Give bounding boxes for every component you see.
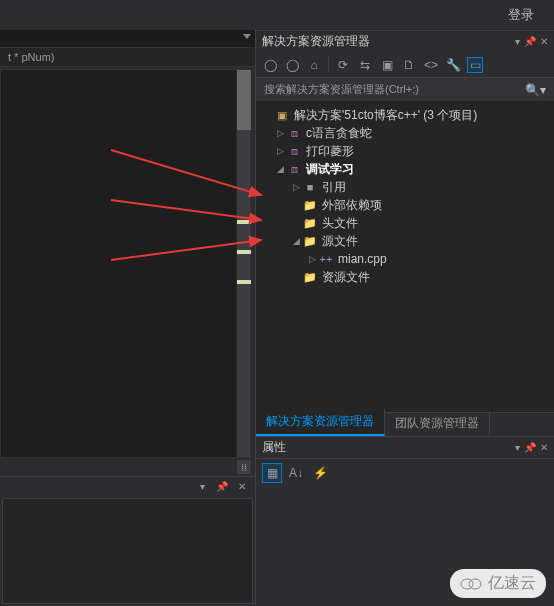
- login-link[interactable]: 登录: [508, 6, 534, 24]
- pin-icon[interactable]: 📌: [524, 442, 536, 453]
- project-icon: ⧈: [286, 126, 302, 140]
- panel-title: 解决方案资源管理器: [262, 33, 511, 50]
- close-icon[interactable]: ✕: [540, 442, 548, 453]
- tree-node-label: 头文件: [322, 215, 358, 232]
- folder-icon: 📁: [302, 270, 318, 284]
- watermark: 亿速云: [450, 569, 546, 598]
- tree-node-label: c语言贪食蛇: [306, 125, 372, 142]
- solution-tree[interactable]: ▣解决方案'51cto博客c++' (3 个项目)▷⧈c语言贪食蛇▷⧈打印菱形◢…: [256, 102, 554, 412]
- alphabetical-icon[interactable]: A↓: [286, 463, 306, 483]
- ref-icon: ■: [302, 180, 318, 194]
- references-node[interactable]: ▷■引用: [256, 178, 554, 196]
- toolbar-separator: [328, 57, 329, 73]
- tab-team-explorer[interactable]: 团队资源管理器: [385, 411, 490, 436]
- tree-node-label: mian.cpp: [338, 252, 387, 266]
- expand-arrow-icon[interactable]: ▷: [306, 254, 318, 264]
- properties-toolbar: ▦ A↓ ⚡: [256, 458, 554, 486]
- tree-node-label: 引用: [322, 179, 346, 196]
- back-icon[interactable]: ◯: [262, 57, 278, 73]
- solution-explorer-header: 解决方案资源管理器 ▾ 📌 ✕: [256, 30, 554, 52]
- watermark-text: 亿速云: [488, 573, 536, 594]
- tree-node-label: 解决方案'51cto博客c++' (3 个项目): [294, 107, 477, 124]
- show-all-icon[interactable]: 🗋: [401, 57, 417, 73]
- tree-node-label: 资源文件: [322, 269, 370, 286]
- expand-arrow-icon[interactable]: ◢: [274, 164, 286, 174]
- scroll-marker: [237, 220, 251, 224]
- lower-panel-body[interactable]: [2, 498, 253, 604]
- scrollbar-thumb[interactable]: [237, 70, 251, 130]
- categorized-icon[interactable]: ▦: [262, 463, 282, 483]
- tree-node-label: 源文件: [322, 233, 358, 250]
- project-node-debug[interactable]: ◢⧈调试学习: [256, 160, 554, 178]
- tree-node-label: 打印菱形: [306, 143, 354, 160]
- search-icon[interactable]: 🔍▾: [525, 83, 546, 97]
- project-node-snake[interactable]: ▷⧈c语言贪食蛇: [256, 124, 554, 142]
- dropdown-icon[interactable]: ▾: [515, 36, 520, 47]
- solution-explorer-toolbar: ◯ ◯ ⌂ ⟳ ⇆ ▣ 🗋 <> 🔧 ▭: [256, 52, 554, 78]
- lower-panel-controls: ▾ 📌 ✕: [0, 476, 255, 496]
- editor-tab-strip[interactable]: [0, 30, 255, 48]
- project-icon: ⧈: [286, 144, 302, 158]
- tree-node-label: 外部依赖项: [322, 197, 382, 214]
- properties-header: 属性 ▾ 📌 ✕: [256, 436, 554, 458]
- search-placeholder: 搜索解决方案资源管理器(Ctrl+;): [264, 82, 525, 97]
- scroll-marker: [237, 280, 251, 284]
- expand-arrow-icon[interactable]: ◢: [290, 236, 302, 246]
- expand-arrow-icon[interactable]: ▷: [274, 146, 286, 156]
- solution-explorer-panel: 解决方案资源管理器 ▾ 📌 ✕ ◯ ◯ ⌂ ⟳ ⇆ ▣ 🗋 <> 🔧 ▭ 搜索解…: [255, 30, 554, 606]
- folder-icon: 📁: [302, 198, 318, 212]
- home-icon[interactable]: ⌂: [306, 57, 322, 73]
- forward-icon[interactable]: ◯: [284, 57, 300, 73]
- file-node-mian-cpp[interactable]: ▷++mian.cpp: [256, 250, 554, 268]
- annotation-arrows: [101, 140, 281, 270]
- tab-solution-explorer[interactable]: 解决方案资源管理器: [256, 409, 385, 436]
- expand-arrow-icon[interactable]: ▷: [274, 128, 286, 138]
- watermark-logo-icon: [460, 577, 482, 591]
- editor-column: t * pNum) ⁞⁞ ▾ 📌 ✕: [0, 30, 255, 606]
- events-icon[interactable]: ⚡: [310, 463, 330, 483]
- close-icon[interactable]: ✕: [235, 480, 249, 494]
- pin-icon[interactable]: 📌: [524, 36, 536, 47]
- code-editor[interactable]: [0, 69, 251, 458]
- collapse-icon[interactable]: ▣: [379, 57, 395, 73]
- tree-node-label: 调试学习: [306, 161, 354, 178]
- title-bar: 登录: [0, 0, 554, 30]
- explorer-tab-strip: 解决方案资源管理器 团队资源管理器: [256, 412, 554, 436]
- properties-title: 属性: [262, 439, 511, 456]
- solution-icon: ▣: [274, 108, 290, 122]
- folder-icon: 📁: [302, 234, 318, 248]
- external-deps-node[interactable]: 📁外部依赖项: [256, 196, 554, 214]
- preview-icon[interactable]: ▭: [467, 57, 483, 73]
- cpp-icon: ++: [318, 252, 334, 266]
- folder-icon: 📁: [302, 216, 318, 230]
- dropdown-icon[interactable]: ▾: [195, 480, 209, 494]
- pin-icon[interactable]: 📌: [215, 480, 229, 494]
- dropdown-icon[interactable]: ▾: [515, 442, 520, 453]
- svg-point-5: [469, 579, 481, 589]
- resize-grip-icon[interactable]: ⁞⁞: [237, 460, 251, 474]
- scroll-marker: [237, 250, 251, 254]
- close-icon[interactable]: ✕: [540, 36, 548, 47]
- solution-node[interactable]: ▣解决方案'51cto博客c++' (3 个项目): [256, 106, 554, 124]
- wrench-icon[interactable]: 🔧: [445, 57, 461, 73]
- project-node-diamond[interactable]: ▷⧈打印菱形: [256, 142, 554, 160]
- editor-function-label: t * pNum): [0, 48, 255, 67]
- search-box[interactable]: 搜索解决方案资源管理器(Ctrl+;) 🔍▾: [256, 78, 554, 102]
- resource-folder-node[interactable]: 📁资源文件: [256, 268, 554, 286]
- header-folder-node[interactable]: 📁头文件: [256, 214, 554, 232]
- properties-icon[interactable]: <>: [423, 57, 439, 73]
- expand-arrow-icon[interactable]: ▷: [290, 182, 302, 192]
- sync-icon[interactable]: ⇆: [357, 57, 373, 73]
- editor-scrollbar[interactable]: [236, 70, 250, 457]
- refresh-icon[interactable]: ⟳: [335, 57, 351, 73]
- source-folder-node[interactable]: ◢📁源文件: [256, 232, 554, 250]
- project-icon: ⧈: [286, 162, 302, 176]
- lower-panel: ▾ 📌 ✕: [0, 476, 255, 606]
